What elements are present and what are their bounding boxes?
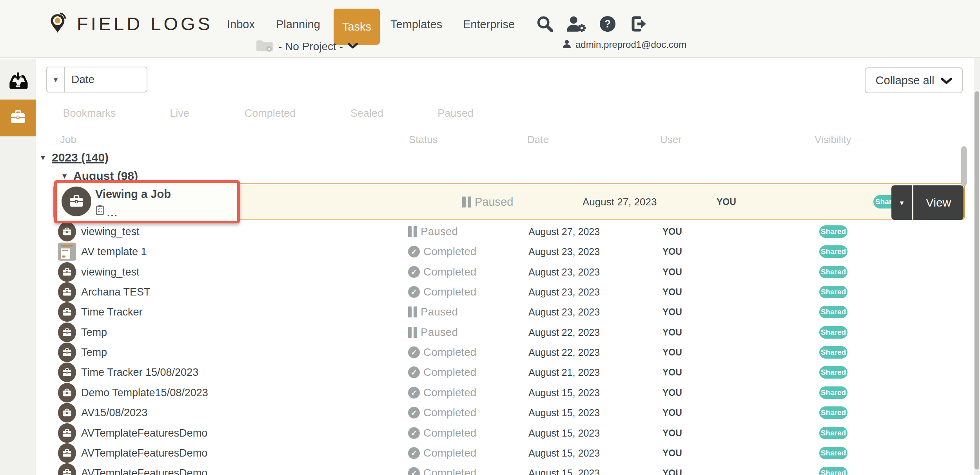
date-filter-dropdown[interactable]: ▾ Date <box>46 67 147 92</box>
brand-logo[interactable]: FIELD LOGS <box>49 9 213 38</box>
job-row[interactable]: AVTemplateFeaturesDemo ✓ Completed Augus… <box>36 443 961 463</box>
status-cell: ✓ Paused <box>408 306 458 318</box>
paused-icon <box>408 306 417 317</box>
user-settings-icon[interactable] <box>566 14 586 34</box>
visibility-badge: Shared <box>819 427 848 439</box>
logout-icon[interactable] <box>629 14 649 34</box>
status-cell: ✓ Completed <box>408 427 476 439</box>
column-date: Date <box>527 134 549 146</box>
job-name: AV template 1 <box>81 246 147 258</box>
tab-bookmarks[interactable]: Bookmarks <box>63 107 116 120</box>
job-date: August 15, 2023 <box>528 428 600 439</box>
job-row[interactable]: AV15/08/2023 ✓ Completed August 15, 2023… <box>36 402 961 423</box>
job-row[interactable]: AVTemplateFeaturesDemo ✓ Completed Augus… <box>36 423 961 443</box>
job-briefcase-icon <box>58 423 76 443</box>
tab-live[interactable]: Live <box>170 107 189 120</box>
job-row[interactable]: Demo Template15/08/2023 ✓ Completed Augu… <box>36 383 961 403</box>
view-button[interactable]: View <box>913 185 964 220</box>
job-briefcase-avatar <box>62 187 91 216</box>
job-briefcase-icon <box>58 282 76 302</box>
job-user: YOU <box>662 388 682 398</box>
job-row[interactable]: AV template 1 ✓ Completed August 23, 202… <box>36 241 961 262</box>
status-cell: ✓ Completed <box>408 286 476 298</box>
job-user: YOU <box>662 468 682 475</box>
search-icon[interactable] <box>535 14 555 34</box>
job-user: YOU <box>662 428 682 439</box>
status-label: Paused <box>421 306 458 318</box>
status-cell: ✓ Completed <box>408 366 476 379</box>
job-row[interactable]: Time Tracker 15/08/2023 ✓ Completed Augu… <box>36 362 961 383</box>
note-ellipsis: ... <box>107 209 118 217</box>
job-briefcase-icon <box>58 463 76 475</box>
list-scrollbar-thumb[interactable] <box>961 146 967 186</box>
tab-sealed[interactable]: Sealed <box>350 107 383 120</box>
left-sidebar <box>0 59 36 475</box>
job-briefcase-icon <box>58 383 76 402</box>
job-name: AVTemplateFeaturesDemo <box>81 427 207 439</box>
job-row[interactable]: AVTemplateFeaturesDemo ✓ Completed Augus… <box>36 463 961 475</box>
selected-job-note: ... <box>96 205 118 217</box>
job-date: August 23, 2023 <box>528 286 600 298</box>
collapse-all-button[interactable]: Collapse all <box>865 67 963 93</box>
job-row[interactable]: viewing_test ✓ Completed August 23, 2023… <box>36 262 961 282</box>
month-collapse-caret[interactable]: ▾ <box>62 171 67 181</box>
dropdown-caret-icon[interactable]: ▾ <box>47 67 65 92</box>
folder-settings-icon <box>256 38 274 55</box>
sidebar-inbox-icon[interactable] <box>8 71 28 92</box>
nav-planning[interactable]: Planning <box>276 18 320 31</box>
window-scrollbar-thumb[interactable] <box>975 91 979 470</box>
sidebar-jobs-active[interactable] <box>0 100 36 136</box>
date-filter-label: Date <box>65 67 147 92</box>
user-email: admin.preprod1@doc.com <box>575 39 686 50</box>
status-label: Paused <box>421 326 458 339</box>
job-name: Time Tracker 15/08/2023 <box>81 366 198 379</box>
user-icon <box>562 39 572 50</box>
tree-year-link[interactable]: 2023 (140) <box>52 151 109 164</box>
visibility-badge: Shared <box>819 386 848 399</box>
highlight-annotation-box: Viewing a Job ... <box>54 180 240 223</box>
nav-templates[interactable]: Templates <box>390 18 442 31</box>
year-collapse-caret[interactable]: ▾ <box>41 152 45 163</box>
project-selector[interactable]: - No Project - <box>256 38 358 55</box>
job-row[interactable]: Temp ✓ Completed August 22, 2023 YOU Sha… <box>36 342 961 363</box>
completed-icon: ✓ <box>408 266 420 278</box>
job-name: AV15/08/2023 <box>81 407 147 419</box>
job-template-icon <box>58 243 76 261</box>
visibility-badge: Shared <box>819 306 848 318</box>
job-row[interactable]: Archana TEST ✓ Completed August 23, 2023… <box>36 282 961 302</box>
status-label: Completed <box>423 447 476 459</box>
job-date: August 23, 2023 <box>528 267 600 278</box>
help-icon[interactable]: ? <box>597 14 618 34</box>
job-user: YOU <box>662 287 682 297</box>
tab-paused[interactable]: Paused <box>437 107 474 120</box>
job-date: August 15, 2023 <box>528 407 600 419</box>
visibility-badge: Shared <box>819 245 848 258</box>
job-date: August 15, 2023 <box>528 448 600 459</box>
top-header: FIELD LOGS Inbox Planning Tasks Template… <box>0 0 980 58</box>
view-dropdown-caret[interactable]: ▾ <box>891 185 912 220</box>
completed-icon: ✓ <box>408 366 420 378</box>
status-cell: ✓ Completed <box>408 346 476 359</box>
status-label: Completed <box>423 266 476 278</box>
job-user: YOU <box>662 267 682 277</box>
job-name: viewing_test <box>81 226 140 238</box>
job-row[interactable]: viewing_test ✓ Paused August 27, 2023 YO… <box>36 221 961 242</box>
nav-inbox[interactable]: Inbox <box>227 18 255 31</box>
job-row[interactable]: Time Tracker ✓ Paused August 23, 2023 YO… <box>36 302 961 322</box>
job-date: August 23, 2023 <box>528 246 600 257</box>
selected-job-title: Viewing a Job <box>95 188 171 201</box>
job-date: August 21, 2023 <box>528 367 600 378</box>
job-date: August 22, 2023 <box>528 347 600 358</box>
job-user: YOU <box>717 197 736 207</box>
tab-completed[interactable]: Completed <box>245 107 296 120</box>
status-cell: ✓ Completed <box>408 467 476 475</box>
job-user: YOU <box>662 408 682 418</box>
visibility-badge: Shared <box>819 266 848 278</box>
job-user: YOU <box>662 247 682 257</box>
nav-enterprise[interactable]: Enterprise <box>463 18 515 31</box>
account-menu[interactable]: admin.preprod1@doc.com <box>562 39 686 50</box>
column-job: Job <box>60 134 76 146</box>
view-split-button: ▾ View <box>891 185 964 220</box>
job-date: August 15, 2023 <box>528 387 600 399</box>
job-row[interactable]: Temp ✓ Paused August 22, 2023 YOU Shared <box>36 322 961 343</box>
